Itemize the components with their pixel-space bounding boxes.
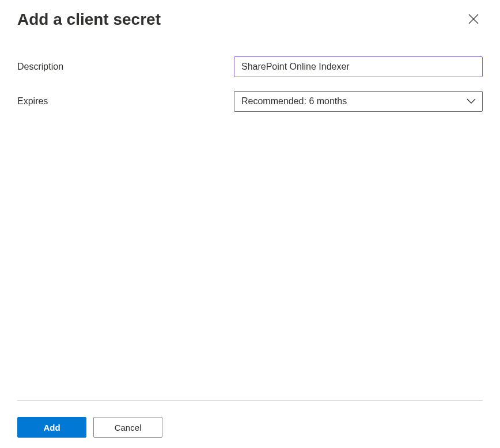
close-button[interactable] xyxy=(464,10,483,29)
expires-selected-value: Recommended: 6 months xyxy=(241,96,347,107)
description-input[interactable] xyxy=(234,56,483,77)
add-button[interactable]: Add xyxy=(17,417,86,438)
description-row: Description xyxy=(17,56,483,77)
dialog-title: Add a client secret xyxy=(17,10,161,29)
form-area: Description Expires Recommended: 6 month… xyxy=(17,56,483,400)
dialog-header: Add a client secret xyxy=(17,10,483,29)
cancel-button[interactable]: Cancel xyxy=(93,417,162,438)
close-icon xyxy=(468,14,479,26)
description-label: Description xyxy=(17,62,234,72)
expires-row: Expires Recommended: 6 months xyxy=(17,91,483,112)
expires-select[interactable]: Recommended: 6 months xyxy=(234,91,483,112)
dialog-footer: Add Cancel xyxy=(17,400,483,448)
expires-label: Expires xyxy=(17,96,234,107)
